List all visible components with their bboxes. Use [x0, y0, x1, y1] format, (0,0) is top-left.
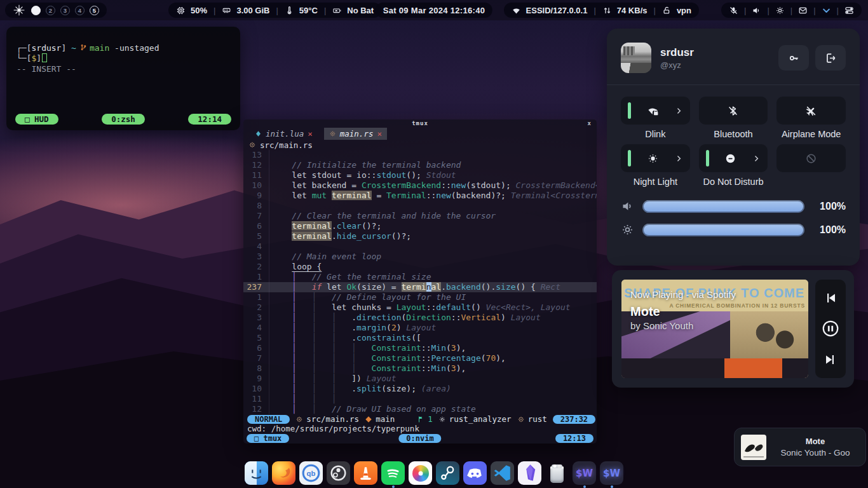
code-line[interactable]: 9 let mut terminal = Terminal::new(backe… [243, 191, 597, 201]
user-handle: @xyz [660, 60, 694, 70]
wifi-lock-icon [647, 105, 659, 117]
next-track-button[interactable] [823, 352, 838, 367]
media-notification[interactable]: Mote Sonic Youth - Goo [734, 428, 866, 466]
workspace-5[interactable]: 5 [90, 6, 99, 15]
dock-icon-spotify[interactable] [381, 461, 405, 485]
code-line[interactable]: 6 │ │ │ │ Constraint::Min(3), [243, 343, 597, 353]
dock-icon-photos[interactable] [409, 461, 432, 485]
code-line[interactable]: 4 │ │ │ .margin(2) Layout [243, 323, 597, 333]
breadcrumb: src/main.rs [243, 140, 597, 150]
tmux-session-pill[interactable]: □ tmux [247, 434, 289, 443]
terminal-cursor [42, 53, 47, 62]
prompt-user: srdusr [31, 43, 61, 53]
dock-icon-vscode[interactable] [491, 461, 514, 485]
mail-icon[interactable] [798, 6, 808, 15]
buffer-tabs: init.lua × main.rs × [243, 128, 597, 140]
code-line[interactable]: 3 │ │ │ .direction(Direction::Vertical) … [243, 313, 597, 323]
chevron-down-icon[interactable] [822, 6, 831, 15]
brightness-slider[interactable] [642, 224, 804, 236]
dock-icon-sw-1[interactable]: $W [573, 461, 596, 485]
tab-close-icon[interactable]: × [308, 129, 313, 139]
editor-window[interactable]: tmux x init.lua × main.rs × src/main.rs … [243, 119, 597, 444]
essid-text: ESSID/127.0.0.1 [526, 6, 588, 15]
zsh-session-pill[interactable]: 0:zsh [102, 114, 145, 125]
code-line[interactable]: 11 │ │ │ [243, 394, 597, 404]
dock-icon-discord[interactable] [463, 461, 487, 485]
terminal-window[interactable]: ┌─[srdusr] ~main -unstaged └─[$] -- INSE… [6, 27, 240, 130]
code-line[interactable]: 2 │ │ let chunks = Layout::default() Vec… [243, 302, 597, 313]
code-line[interactable]: 7 │ │ │ │ Constraint::Percentage(70), [243, 353, 597, 363]
code-line[interactable]: 11 let stdout = io::stdout(); Stdout [243, 170, 597, 180]
settings-gear-icon[interactable] [775, 6, 785, 15]
line-number: 7 [243, 353, 269, 363]
dock-icon-obs[interactable] [327, 461, 350, 485]
prompt-line-2: └─[$] [17, 53, 230, 64]
toggles-icon[interactable] [844, 6, 854, 15]
logout-button[interactable] [815, 45, 846, 71]
tmux-window-pill[interactable]: 0:nvim [398, 434, 441, 443]
network-module[interactable]: ESSID/127.0.0.1 | 74 KB/s | vpn [504, 3, 699, 18]
toggle-dlink[interactable] [621, 97, 690, 125]
tab-init-lua[interactable]: init.lua × [250, 128, 318, 140]
dock-icon-finder[interactable] [245, 461, 268, 485]
code-line[interactable]: 1 │ │ // Define layout for the UI [243, 292, 597, 302]
chevron-right-icon[interactable] [675, 154, 683, 163]
code-line[interactable]: 5 terminal.hide_cursor()?; [243, 231, 597, 241]
line-number: 12 [243, 160, 269, 170]
logout-icon [825, 52, 837, 64]
code-line[interactable]: 10 │ │ │ .split(size); (area) [243, 384, 597, 394]
mic-muted-icon[interactable] [729, 6, 738, 15]
code-line[interactable]: 7 // Clear the terminal and hide the cur… [243, 211, 597, 221]
clock[interactable]: Sat 09 Mar 2024 12:16:40 [376, 3, 492, 18]
temperature: 59°C [299, 6, 318, 15]
tab-main-rs[interactable]: main.rs × [324, 128, 387, 140]
code-line[interactable]: 1 │ // Get the terminal size [243, 272, 597, 282]
code-line[interactable]: 12 // Initialize the terminal backend [243, 160, 597, 170]
line-number: 3 [243, 313, 269, 323]
code-line[interactable]: 237 │ if let Ok(size) = terminal.backend… [243, 282, 597, 292]
code-line[interactable]: 2 loop { [243, 262, 597, 272]
dock-icon-trash[interactable] [545, 461, 569, 485]
toggle-bluetooth[interactable] [699, 97, 768, 125]
git-icon [365, 416, 372, 423]
dock-icon-vlc[interactable] [354, 461, 377, 485]
dock-icon-sw-2[interactable]: $W [600, 461, 623, 485]
workspace-3[interactable]: 3 [60, 6, 70, 15]
code-line[interactable]: 12 │ │ // Draw UI based on app state [243, 404, 597, 414]
code-line[interactable]: 10 let backend = CrosstermBackend::new(s… [243, 180, 597, 191]
workspace-4[interactable]: 4 [75, 6, 85, 15]
code-line[interactable]: 4 [243, 241, 597, 252]
code-line[interactable]: 6 terminal.clear()?; [243, 221, 597, 231]
toggle-cell-do-not-disturb: Do Not Disturb [699, 144, 768, 188]
chevron-right-icon[interactable] [752, 154, 761, 163]
dock-icon-steam[interactable] [436, 461, 459, 485]
code-line[interactable]: 8 [243, 201, 597, 211]
dock-icon-obsidian[interactable] [518, 461, 541, 485]
toggle-night-light[interactable] [621, 144, 690, 172]
toggle-airplane-mode[interactable] [776, 97, 846, 125]
volume-icon[interactable] [752, 6, 761, 15]
window-close-button[interactable]: x [588, 119, 592, 128]
toggle-slash-circle[interactable] [776, 144, 846, 172]
chevron-right-icon[interactable] [675, 107, 683, 115]
workspace-1[interactable] [31, 6, 41, 15]
code-line[interactable]: 8 │ │ │ │ Constraint::Min(3), [243, 363, 597, 374]
code-area[interactable]: 1312 // Initialize the terminal backend1… [243, 150, 597, 414]
dock-icon-qbittorrent[interactable]: qb [299, 461, 323, 485]
tab-close-icon[interactable]: × [377, 129, 382, 139]
code-line[interactable]: 13 [243, 150, 597, 160]
volume-slider[interactable] [642, 200, 804, 213]
code-line[interactable]: 5 │ │ │ .constraints([ [243, 333, 597, 343]
lock-keys-button[interactable] [778, 45, 809, 71]
pause-button[interactable] [821, 319, 840, 338]
hud-pill[interactable]: □ HUD [15, 114, 58, 125]
previous-track-button[interactable] [823, 290, 838, 306]
line-number: 5 [243, 333, 269, 343]
system-stats[interactable]: 50% | 3.00 GiB | 59°C | No Bat [168, 3, 381, 18]
cpu-usage: 50% [191, 6, 207, 15]
workspace-2[interactable]: 2 [46, 6, 55, 15]
dock-icon-firefox[interactable] [272, 461, 295, 485]
code-line[interactable]: 3 // Main event loop [243, 252, 597, 262]
toggle-do-not-disturb[interactable] [699, 144, 768, 172]
code-line[interactable]: 9 │ │ │ ]) Layout [243, 374, 597, 384]
